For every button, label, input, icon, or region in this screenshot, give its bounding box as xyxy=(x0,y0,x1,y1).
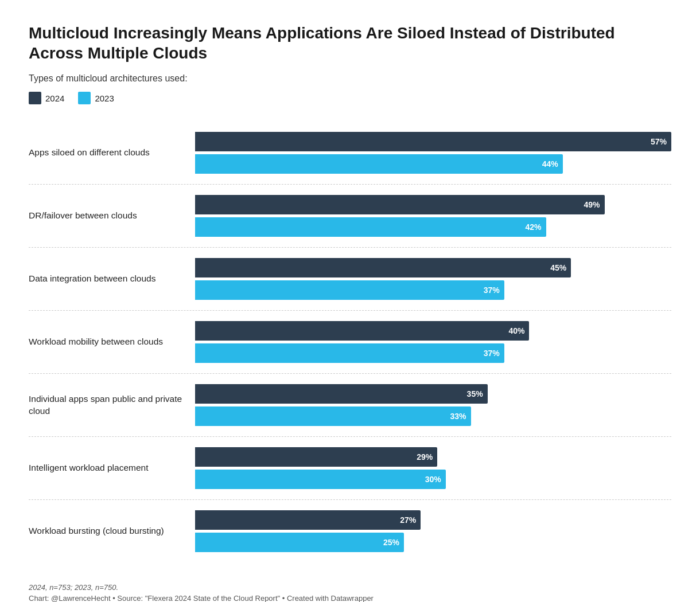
chart-subtitle: Types of multicloud architectures used: xyxy=(29,73,671,84)
legend-color-2023 xyxy=(78,92,91,104)
footnote: 2024, n=753; 2023, n=750. xyxy=(29,583,671,592)
bar-label-2024: 45% xyxy=(550,263,566,272)
legend-color-2024 xyxy=(29,92,41,104)
bar-2023: 33% xyxy=(195,406,471,426)
bar-label-2024: 57% xyxy=(651,137,667,146)
chart-row: Individual apps span public and private … xyxy=(29,374,671,437)
bar-label-2023: 37% xyxy=(484,286,500,295)
source: Chart: @LawrenceHecht • Source: "Flexera… xyxy=(29,594,671,602)
legend-item-2023: 2023 xyxy=(78,92,114,104)
bars-container: 29%30% xyxy=(195,447,671,489)
row-label: Intelligent workload placement xyxy=(29,462,195,474)
row-label: Workload bursting (cloud bursting) xyxy=(29,525,195,537)
bars-container: 57%44% xyxy=(195,132,671,174)
bar-wrapper-2023: 33% xyxy=(195,406,671,426)
chart-row: Workload bursting (cloud bursting)27%25% xyxy=(29,500,671,562)
bar-2023: 30% xyxy=(195,470,446,489)
bar-2024: 40% xyxy=(195,321,529,341)
bar-label-2023: 25% xyxy=(383,538,399,547)
bars-container: 45%37% xyxy=(195,258,671,300)
legend-item-2024: 2024 xyxy=(29,92,64,104)
bar-wrapper-2024: 40% xyxy=(195,321,671,341)
bar-2023: 42% xyxy=(195,217,546,237)
chart-row: Intelligent workload placement29%30% xyxy=(29,437,671,500)
bars-container: 35%33% xyxy=(195,384,671,426)
chart-row: Data integration between clouds45%37% xyxy=(29,248,671,311)
bar-label-2023: 37% xyxy=(484,349,500,358)
bar-2023: 37% xyxy=(195,280,504,300)
legend-label-2024: 2024 xyxy=(45,93,64,103)
bar-2024: 29% xyxy=(195,447,437,467)
bar-2023: 37% xyxy=(195,343,504,363)
bar-wrapper-2023: 37% xyxy=(195,343,671,363)
bar-wrapper-2023: 42% xyxy=(195,217,671,237)
chart-row: DR/failover between clouds49%42% xyxy=(29,185,671,248)
bar-2024: 49% xyxy=(195,195,605,214)
bar-label-2024: 29% xyxy=(417,452,433,462)
chart-row: Workload mobility between clouds40%37% xyxy=(29,311,671,374)
chart-title: Multicloud Increasingly Means Applicatio… xyxy=(29,23,671,63)
bar-wrapper-2023: 25% xyxy=(195,533,671,552)
bar-chart: Apps siloed on different clouds57%44%DR/… xyxy=(29,122,671,562)
bar-2024: 57% xyxy=(195,132,671,151)
row-label: Individual apps span public and private … xyxy=(29,393,195,417)
bar-label-2024: 27% xyxy=(400,515,416,525)
bar-label-2023: 30% xyxy=(425,475,441,484)
bar-wrapper-2024: 35% xyxy=(195,384,671,404)
bar-label-2024: 49% xyxy=(584,200,600,209)
bar-label-2023: 33% xyxy=(450,412,466,421)
legend: 2024 2023 xyxy=(29,92,671,104)
bar-label-2023: 42% xyxy=(526,222,542,232)
bar-2024: 45% xyxy=(195,258,571,277)
legend-label-2023: 2023 xyxy=(95,93,114,103)
bar-wrapper-2023: 44% xyxy=(195,154,671,174)
bar-wrapper-2023: 30% xyxy=(195,470,671,489)
bars-container: 40%37% xyxy=(195,321,671,363)
row-label: DR/failover between clouds xyxy=(29,210,195,222)
bar-2024: 27% xyxy=(195,510,421,530)
bar-wrapper-2024: 57% xyxy=(195,132,671,151)
bar-2023: 25% xyxy=(195,533,404,552)
bar-2023: 44% xyxy=(195,154,563,174)
row-label: Workload mobility between clouds xyxy=(29,336,195,348)
row-label: Apps siloed on different clouds xyxy=(29,147,195,159)
row-label: Data integration between clouds xyxy=(29,273,195,285)
bar-label-2023: 44% xyxy=(542,159,558,169)
bar-wrapper-2024: 27% xyxy=(195,510,671,530)
bars-container: 49%42% xyxy=(195,195,671,237)
bar-label-2024: 40% xyxy=(508,326,524,335)
bar-wrapper-2024: 45% xyxy=(195,258,671,277)
bar-wrapper-2024: 49% xyxy=(195,195,671,214)
bar-wrapper-2023: 37% xyxy=(195,280,671,300)
bar-wrapper-2024: 29% xyxy=(195,447,671,467)
chart-row: Apps siloed on different clouds57%44% xyxy=(29,122,671,185)
bar-label-2024: 35% xyxy=(467,389,483,398)
bar-2024: 35% xyxy=(195,384,488,404)
bars-container: 27%25% xyxy=(195,510,671,552)
